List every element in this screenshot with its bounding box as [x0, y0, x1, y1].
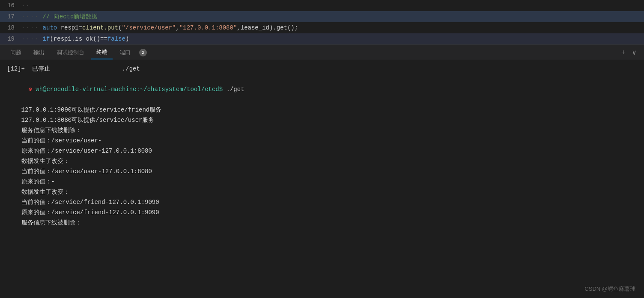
add-terminal-button[interactable]: + — [619, 48, 628, 57]
tab-ports[interactable]: 端口 — [114, 46, 136, 59]
line-dots-16: ·· — [21, 0, 30, 11]
code-line-18: 18 ···· auto resp1=client.put("/service/… — [0, 22, 644, 33]
code-content-19: if(resp1.is ok()==false) — [43, 33, 644, 44]
terminal-section[interactable]: [12]+ 已停止 ./get ⊗ wh@crocodile-virtual-m… — [0, 60, 644, 298]
str-service-user: "/service/user" — [122, 24, 176, 31]
tab-debug-console[interactable]: 调试控制台 — [51, 46, 89, 59]
fn-client-put: client.put — [82, 24, 118, 31]
panel-tabs: 问题 输出 调试控制台 终端 端口 2 + ∨ — [0, 45, 644, 60]
keyword-auto: auto — [43, 24, 61, 31]
line-number-18: 18 — [0, 22, 21, 33]
terminal-line-prompt: ⊗ wh@crocodile-virtual-machine:~/chatsys… — [7, 74, 637, 105]
line-number-19: 19 — [0, 33, 21, 44]
terminal-output-5: 原来的值：/service/user-127.0.0.1:8080 — [7, 146, 637, 156]
keyword-false: false — [107, 35, 125, 42]
terminal-output-10: 当前的值：/service/friend-127.0.0.1:9090 — [7, 197, 637, 207]
code-content-18: auto resp1=client.put("/service/user","1… — [43, 22, 644, 33]
panel-actions: + ∨ — [619, 47, 639, 58]
error-icon: ⊗ — [28, 86, 36, 93]
prompt-user: wh@crocodile-virtual-machine:~/chatsyste… — [36, 86, 223, 93]
tab-problems[interactable]: 问题 — [5, 46, 27, 59]
terminal-output-3: 服务信息下线被删除： — [7, 125, 637, 136]
var-lease-id: lease_id — [241, 24, 269, 31]
watermark: CSDN @鳄鱼麻薯球 — [584, 285, 635, 293]
terminal-output-6: 数据发生了改变： — [7, 156, 637, 166]
code-line-16: 16 ·· — [0, 0, 644, 11]
prompt-command: ./get — [223, 86, 244, 93]
keyword-if: if — [43, 35, 50, 42]
terminal-output-4: 当前的值：/service/user- — [7, 136, 637, 146]
terminal-output-2: 127.0.0.1:8080可以提供/service/user服务 — [7, 115, 637, 125]
terminal-output-7: 当前的值：/service/user-127.0.0.1:8080 — [7, 166, 637, 177]
line-dots-18: ···· — [21, 22, 39, 33]
main-container: 16 ·· 17 ···· // 向ectd新增数据 18 ···· auto … — [0, 0, 644, 298]
terminal-output-9: 数据发生了改变： — [7, 187, 637, 197]
code-line-19: 19 ···· if(resp1.is ok()==false) — [0, 33, 644, 44]
str-ip: "127.0.0.1:8080" — [179, 24, 237, 31]
line-dots-19: ···· — [21, 33, 39, 44]
code-line-17: 17 ···· // 向ectd新增数据 — [0, 11, 644, 22]
terminal-output-11: 原来的值：/service/friend-127.0.0.1:9090 — [7, 207, 637, 218]
line-number-16: 16 — [0, 0, 21, 11]
terminal-output-8: 原来的值：- — [7, 177, 637, 187]
terminal-output-1: 127.0.0.1:9090可以提供/service/friend服务 — [7, 105, 637, 115]
var-resp1: resp1 — [61, 24, 79, 31]
terminal-line-stopped: [12]+ 已停止 ./get — [7, 64, 637, 74]
tab-terminal[interactable]: 终端 — [91, 46, 113, 59]
terminal-output-12: 服务信息下线被删除： — [7, 218, 637, 228]
line-dots-17: ···· — [21, 11, 39, 22]
code-editor: 16 ·· 17 ···· // 向ectd新增数据 18 ···· auto … — [0, 0, 644, 45]
code-content-17: // 向ectd新增数据 — [43, 11, 644, 22]
chevron-down-icon[interactable]: ∨ — [629, 47, 639, 58]
ports-badge: 2 — [139, 49, 147, 56]
resp1-is-ok: resp1.is ok — [54, 35, 93, 42]
tab-output[interactable]: 输出 — [28, 46, 50, 59]
line-number-17: 17 — [0, 11, 21, 22]
